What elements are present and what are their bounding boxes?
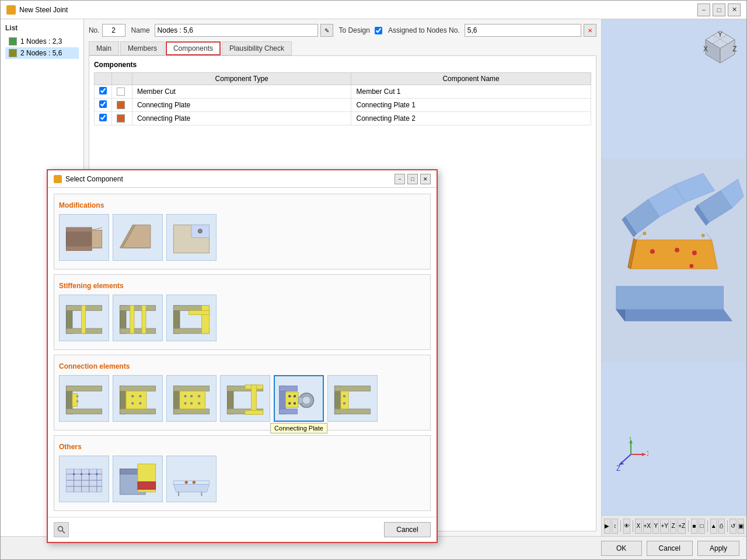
vp-x-btn[interactable]: X xyxy=(635,519,641,534)
svg-point-14 xyxy=(675,248,679,253)
svg-rect-63 xyxy=(189,310,210,314)
svg-rect-97 xyxy=(280,409,298,414)
to-design-checkbox[interactable] xyxy=(375,27,382,34)
cancel-button[interactable]: Cancel xyxy=(647,541,693,556)
svg-marker-3 xyxy=(616,286,724,310)
vp-move-btn[interactable]: ↕ xyxy=(612,519,618,534)
connection-title: Connection elements xyxy=(59,362,425,370)
svg-rect-66 xyxy=(66,409,102,414)
dialog-title: Select Component xyxy=(65,175,123,183)
dialog-minimize-btn[interactable]: − xyxy=(395,174,405,184)
vp-y-btn[interactable]: Y xyxy=(652,519,659,534)
dialog-close-btn[interactable]: ✕ xyxy=(420,174,431,184)
mod-item-1[interactable] xyxy=(59,214,109,261)
vp-render-btn[interactable]: ▲ xyxy=(710,519,717,534)
assigned-input[interactable] xyxy=(465,24,581,37)
close-button[interactable]: ✕ xyxy=(728,4,741,16)
svg-point-86 xyxy=(190,402,193,404)
tab-members[interactable]: Members xyxy=(120,41,165,55)
components-table: Component Type Component Name Member Cut… xyxy=(94,72,591,125)
list-label-2: 2 Nodes : 5,6 xyxy=(20,49,62,57)
svg-point-121 xyxy=(81,473,83,475)
assigned-clear-button[interactable]: ✕ xyxy=(584,24,596,37)
row1-color xyxy=(117,88,125,96)
dialog-cancel-button[interactable]: Cancel xyxy=(384,522,431,537)
conn-item-3[interactable] xyxy=(166,375,217,422)
vp-print-btn[interactable]: ⎙ xyxy=(718,519,725,534)
svg-point-111 xyxy=(343,402,345,404)
tab-main[interactable]: Main xyxy=(89,41,119,55)
select-component-dialog: Select Component − □ ✕ Modifications xyxy=(47,169,438,543)
ok-button[interactable]: OK xyxy=(601,541,642,556)
cube-svg: Y X Z xyxy=(700,25,741,66)
svg-rect-94 xyxy=(245,410,263,414)
vp-extra-btn[interactable]: ▣ xyxy=(738,519,744,534)
viewport-3d[interactable]: Y X Z X Y xyxy=(602,19,746,501)
no-input[interactable] xyxy=(102,24,125,37)
svg-marker-128 xyxy=(173,484,209,492)
mod-item-2[interactable] xyxy=(113,214,163,261)
svg-point-15 xyxy=(692,251,697,256)
row1-checkbox[interactable] xyxy=(99,87,107,94)
vp-px-btn[interactable]: +X xyxy=(643,519,652,534)
minimize-button[interactable]: − xyxy=(697,4,710,16)
conn-item-4[interactable] xyxy=(220,375,270,422)
nav-cube[interactable]: Y X Z xyxy=(700,25,741,66)
others-icon-1 xyxy=(64,460,104,498)
svg-line-135 xyxy=(62,531,65,534)
stiff-item-3[interactable] xyxy=(166,295,217,341)
vp-iso-btn[interactable]: □ xyxy=(699,519,705,534)
vp-reset-btn[interactable]: ↺ xyxy=(729,519,736,534)
stiffening-section: Stiffening elements xyxy=(54,274,431,350)
svg-point-99 xyxy=(288,394,291,397)
svg-point-83 xyxy=(190,394,193,397)
stiff-item-2[interactable] xyxy=(113,295,163,341)
others-item-1[interactable] xyxy=(59,456,109,502)
stiff-item-1[interactable] xyxy=(59,295,109,341)
svg-rect-127 xyxy=(138,481,156,489)
conn-item-1[interactable] xyxy=(59,375,109,422)
row3-name: Connecting Plate 2 xyxy=(351,112,591,125)
svg-point-77 xyxy=(139,402,141,404)
vp-py-btn[interactable]: +Y xyxy=(660,519,669,534)
svg-rect-93 xyxy=(252,384,257,410)
tab-components[interactable]: Components xyxy=(166,41,221,55)
list-item-1[interactable]: 1 Nodes : 2,3 xyxy=(5,36,79,47)
dialog-maximize-btn[interactable]: □ xyxy=(407,174,418,184)
svg-rect-81 xyxy=(180,391,205,409)
name-input[interactable] xyxy=(155,24,318,37)
others-item-2[interactable] xyxy=(113,456,163,502)
vp-eye-btn[interactable]: 👁 xyxy=(623,519,630,534)
maximize-button[interactable]: □ xyxy=(713,4,725,16)
form-top-row: No. Name ✎ To Design Assigned to Nodes N… xyxy=(89,24,596,37)
svg-point-110 xyxy=(343,394,345,397)
svg-rect-79 xyxy=(173,386,209,391)
conn-item-6[interactable] xyxy=(327,375,378,422)
svg-rect-109 xyxy=(341,391,348,409)
modifications-grid xyxy=(59,214,425,261)
others-item-3[interactable] xyxy=(166,456,217,502)
vp-z-btn[interactable]: Z xyxy=(670,519,676,534)
mod-item-3[interactable] xyxy=(166,214,217,261)
row3-checkbox[interactable] xyxy=(99,114,107,121)
vp-select-btn[interactable]: ▶ xyxy=(604,519,610,534)
stiffening-title: Stiffening elements xyxy=(59,282,425,290)
name-edit-button[interactable]: ✎ xyxy=(320,24,333,37)
row1-type: Member Cut xyxy=(132,85,351,99)
mod-icon-2 xyxy=(117,219,158,257)
apply-button[interactable]: Apply xyxy=(697,541,739,556)
conn-item-5[interactable]: Connecting Plate xyxy=(274,375,324,422)
name-field: Name ✎ xyxy=(131,24,333,37)
col-component-name: Component Name xyxy=(351,73,591,85)
name-label: Name xyxy=(131,26,150,34)
conn-item-2[interactable] xyxy=(113,375,163,422)
no-field: No. xyxy=(89,24,125,37)
vp-view-btn[interactable]: ■ xyxy=(691,519,697,534)
list-item-2[interactable]: 2 Nodes : 5,6 xyxy=(5,47,79,59)
modifications-section: Modifications xyxy=(54,194,431,270)
row2-checkbox[interactable] xyxy=(99,100,107,108)
vp-pz-btn[interactable]: +Z xyxy=(678,519,686,534)
tab-plausibility[interactable]: Plausibility Check xyxy=(222,41,292,55)
dialog-search-btn[interactable] xyxy=(54,522,69,537)
others-grid xyxy=(59,456,425,502)
